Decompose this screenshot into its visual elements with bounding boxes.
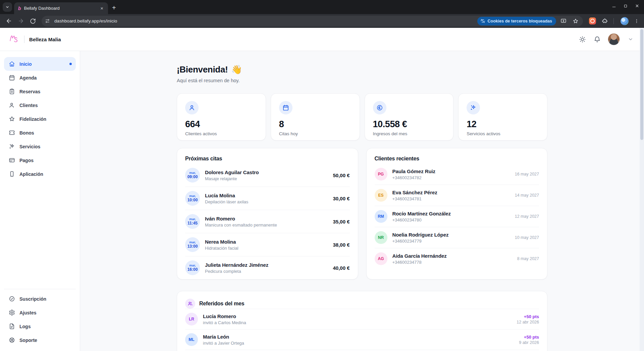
- stat-label: Clientes activos: [185, 131, 258, 136]
- sidebar-item-clientes[interactable]: Clientes: [4, 98, 76, 112]
- referral-row[interactable]: ML María León invitó a Javier Ortega +50…: [185, 329, 539, 350]
- sidebar-item-bonos[interactable]: Bonos: [4, 126, 76, 140]
- browser-menu-button[interactable]: [633, 17, 641, 25]
- card-title: Clientes recientes: [375, 156, 539, 162]
- page-scrollbar[interactable]: [640, 28, 644, 351]
- cookies-blocked-badge[interactable]: Cookies de terceros bloqueadas: [477, 17, 556, 26]
- browser-profile-icon[interactable]: [621, 17, 629, 25]
- stat-card-ingresos[interactable]: 10.558 € Ingresos del mes: [365, 93, 454, 141]
- sidebar-item-fidelizacion[interactable]: Fidelización: [4, 112, 76, 126]
- client-row[interactable]: NR Noelia Rodríguez López +34600234779 1…: [375, 227, 539, 248]
- client-phone: +34600234781: [392, 196, 437, 201]
- ticket-icon: [9, 130, 15, 136]
- star-icon: [9, 116, 15, 122]
- window-close-icon[interactable]: [635, 4, 639, 8]
- users-icon: [9, 102, 15, 108]
- reload-button[interactable]: [28, 16, 38, 27]
- appointment-row[interactable]: mar,09:00 Dolores Aguilar Castro Masaje …: [185, 164, 350, 187]
- window-maximize-icon[interactable]: [624, 4, 628, 8]
- sidebar-item-label: Inicio: [19, 61, 32, 67]
- file-text-icon: [9, 323, 15, 330]
- tab-search-button[interactable]: [3, 2, 12, 12]
- client-row[interactable]: PG Paula Gómez Ruiz +34600234782 16 may …: [375, 164, 539, 185]
- client-name: Rocío Martínez González: [392, 211, 451, 216]
- notifications-button[interactable]: [593, 35, 601, 43]
- appointment-row[interactable]: mar,13:00 Nerea Molina Hidratación facia…: [185, 233, 350, 256]
- client-name: Noelia Rodríguez López: [392, 232, 449, 238]
- client-name: Iván Romero: [205, 216, 277, 221]
- sidebar-item-agenda[interactable]: Agenda: [4, 71, 76, 85]
- app-viewport: Belleza Malia Inicio Agenda: [0, 28, 644, 351]
- sidebar-item-ajustes[interactable]: Ajustes: [4, 306, 76, 319]
- brand-separator: [24, 36, 24, 43]
- bookmark-button[interactable]: [571, 17, 580, 26]
- client-date: 14 may 2027: [515, 193, 539, 198]
- calendar-icon: [282, 104, 289, 111]
- client-name: Aida García Hernández: [392, 253, 447, 259]
- sidebar-item-suscripcion[interactable]: Suscripción: [4, 292, 76, 306]
- stat-label: Citas hoy: [279, 131, 352, 136]
- profile-menu-button[interactable]: [627, 35, 635, 43]
- client-date: 8 may 2027: [517, 256, 539, 261]
- appointment-price: 50,00 €: [333, 172, 350, 178]
- window-minimize-icon[interactable]: [612, 4, 616, 8]
- back-button[interactable]: [3, 16, 14, 27]
- scrollbar-thumb[interactable]: [640, 29, 643, 140]
- toolbar-separator: [613, 18, 614, 24]
- referral-row[interactable]: LR Lucía Romero invitó a Carlos Medina +…: [185, 309, 539, 329]
- appointment-row[interactable]: mar,16:00 Julieta Hernández Jiménez Pedi…: [185, 256, 350, 279]
- sidebar-item-aplicacion[interactable]: Aplicación: [4, 167, 76, 181]
- appointment-row[interactable]: mar,11:45 Iván Romero Manicura con esmal…: [185, 210, 350, 233]
- sidebar-item-reservas[interactable]: Reservas: [4, 85, 76, 98]
- referral-row[interactable]: EO Elena Ortega +50 pts: [185, 350, 539, 351]
- client-name: Julieta Hernández Jiménez: [205, 262, 268, 268]
- service-name: Pedicura completa: [205, 269, 268, 274]
- sidebar-footer: Suscripción Ajustes Logs Soporte: [4, 289, 76, 347]
- user-avatar[interactable]: [608, 33, 620, 45]
- appointment-price: 30,00 €: [333, 196, 350, 201]
- life-buoy-icon: [9, 337, 15, 343]
- browser-toolbar: dashboard.bellafy.app/es/inicio Cookies …: [0, 14, 644, 28]
- client-row[interactable]: RM Rocío Martínez González +34600234780 …: [375, 206, 539, 227]
- forward-button[interactable]: [15, 16, 26, 27]
- site-info-button[interactable]: [43, 17, 52, 26]
- client-row[interactable]: ES Eva Sánchez Pérez +34600234781 14 may…: [375, 185, 539, 206]
- client-row[interactable]: AG Aida García Hernández +34600234778 8 …: [375, 248, 539, 269]
- bellafy-favicon-icon: b: [18, 6, 21, 11]
- referral-date: 9 abr 2026: [519, 340, 539, 345]
- stat-card-clientes-activos[interactable]: 664 Clientes activos: [177, 93, 266, 141]
- install-app-button[interactable]: [559, 17, 568, 26]
- url-text[interactable]: dashboard.bellafy.app/es/inicio: [54, 18, 117, 23]
- credit-card-icon: [9, 157, 15, 163]
- sidebar-item-soporte[interactable]: Soporte: [4, 333, 76, 347]
- sidebar-item-logs[interactable]: Logs: [4, 319, 76, 333]
- page-title: ¡Bienvenida! 👋: [177, 64, 547, 75]
- main-content: ¡Bienvenida! 👋 Aquí está el resumen de h…: [80, 51, 644, 351]
- client-phone: +34600234778: [392, 260, 447, 265]
- sidebar-item-label: Logs: [19, 324, 31, 329]
- appointment-row[interactable]: mar,10:00 Lucía Molina Depilación láser …: [185, 187, 350, 210]
- extensions-button[interactable]: [600, 17, 609, 26]
- new-tab-button[interactable]: +: [112, 4, 116, 11]
- sidebar-item-inicio[interactable]: Inicio: [4, 57, 76, 71]
- app-header: Belleza Malia: [0, 28, 644, 51]
- extension-lens-icon[interactable]: [589, 17, 596, 24]
- sidebar-item-servicios[interactable]: Servicios: [4, 140, 76, 153]
- sidebar-item-label: Suscripción: [19, 296, 46, 302]
- brand-name: Belleza Malia: [29, 37, 61, 42]
- address-bar[interactable]: dashboard.bellafy.app/es/inicio Cookies …: [42, 16, 583, 27]
- theme-toggle-button[interactable]: [578, 35, 586, 43]
- card-title: Próximas citas: [185, 156, 350, 162]
- kebab-menu-icon: [634, 18, 639, 24]
- sidebar-item-pagos[interactable]: Pagos: [4, 153, 76, 167]
- client-name: Eva Sánchez Pérez: [392, 190, 437, 195]
- sidebar-item-label: Agenda: [19, 75, 37, 81]
- sidebar-item-label: Reservas: [19, 89, 40, 94]
- appointment-price: 38,00 €: [333, 242, 350, 248]
- stat-card-servicios-activos[interactable]: 12 Servicios activos: [458, 93, 547, 141]
- gear-icon: [9, 309, 15, 316]
- appointment-time-badge: mar,10:00: [185, 191, 200, 206]
- browser-tab[interactable]: b Bellafy Dashboard ×: [14, 2, 108, 14]
- stat-card-citas-hoy[interactable]: 8 Citas hoy: [271, 93, 360, 141]
- tab-close-icon[interactable]: ×: [99, 5, 105, 11]
